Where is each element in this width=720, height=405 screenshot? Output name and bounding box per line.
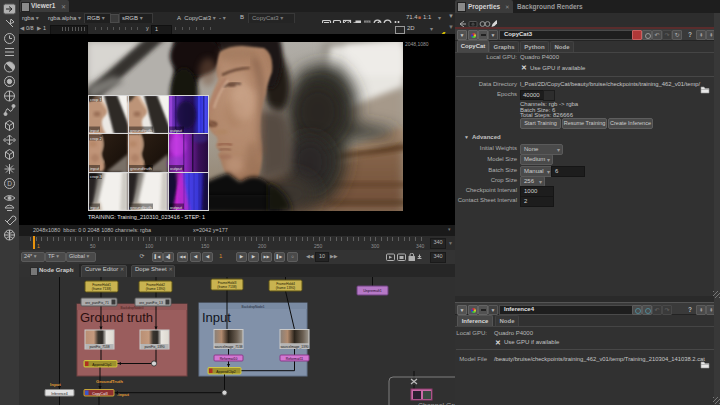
svg-text:Ground truth: Ground truth [80, 310, 153, 325]
svg-text:FrameHold2: FrameHold2 [146, 283, 165, 287]
svg-text:GroundTruth: GroundTruth [96, 379, 123, 384]
svg-text:(frame 7138): (frame 7138) [92, 287, 111, 291]
svg-text:Reformat11: Reformat11 [286, 357, 304, 361]
svg-text:(frame 1390): (frame 1390) [146, 287, 165, 291]
svg-text:input: input [90, 205, 100, 210]
svg-text:sourceImage_1390: sourceImage_1390 [280, 345, 308, 349]
svg-text:FrameHold1: FrameHold1 [92, 283, 111, 287]
svg-text:AppendClip2: AppendClip2 [216, 370, 236, 374]
svg-text:FrameHold4: FrameHold4 [276, 282, 295, 286]
svg-text:output: output [170, 166, 183, 171]
svg-text:CopyCat3: CopyCat3 [92, 392, 108, 396]
svg-text:crop 3: crop 3 [90, 174, 103, 179]
svg-text:Unpremult1: Unpremult1 [363, 289, 382, 293]
svg-text:pantFix_7138: pantFix_7138 [90, 345, 110, 349]
svg-text:pantFix_1390: pantFix_1390 [145, 345, 165, 349]
svg-text:crop 2: crop 2 [90, 136, 103, 141]
svg-text:output: output [170, 205, 183, 210]
svg-text:groundtruth: groundtruth [130, 166, 153, 171]
svg-text:input: input [90, 166, 100, 171]
svg-text:AppendClip1: AppendClip1 [92, 363, 112, 367]
svg-text:ore_pantFix_13: ore_pantFix_13 [139, 301, 163, 305]
svg-text:ore_pantFix_71: ore_pantFix_71 [85, 301, 109, 305]
svg-text:groundtruth: groundtruth [130, 205, 153, 210]
svg-text:input: input [90, 128, 100, 133]
svg-text:crop 1: crop 1 [90, 97, 103, 102]
svg-text:output: output [170, 128, 183, 133]
svg-text:Inference4: Inference4 [51, 392, 68, 396]
svg-text:Input: Input [50, 382, 61, 387]
svg-text:groundtruth: groundtruth [130, 128, 153, 133]
svg-text:BackdropNode1: BackdropNode1 [242, 305, 265, 309]
svg-text:FrameHold3: FrameHold3 [218, 281, 237, 285]
svg-text:(frame 1390): (frame 1390) [276, 286, 295, 290]
svg-text:(frame 7138): (frame 7138) [217, 285, 236, 289]
svg-text:.input: .input [117, 392, 129, 397]
svg-text:Reformat10: Reformat10 [220, 357, 238, 361]
svg-text:sourceImage_7138: sourceImage_7138 [214, 345, 242, 349]
svg-text:D: D [7, 180, 12, 187]
